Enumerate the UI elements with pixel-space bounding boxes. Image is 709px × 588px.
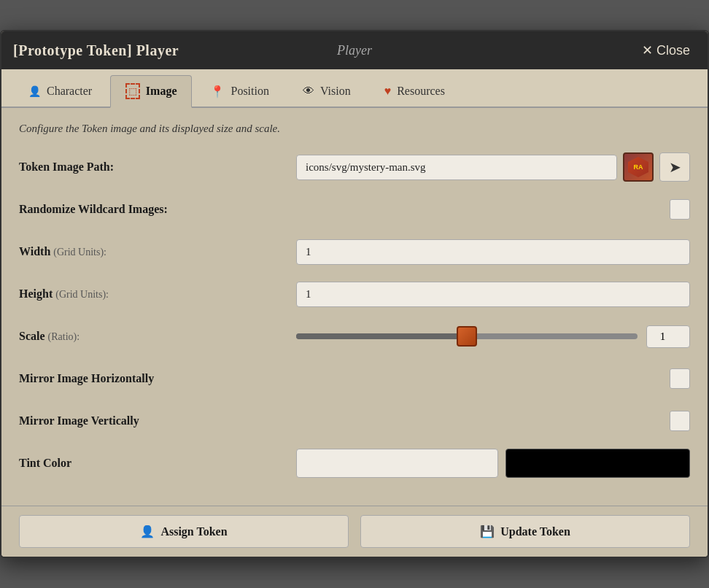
mirror-v-label: Mirror Image Vertically (19, 414, 296, 428)
mirror-v-checkbox-wrapper (296, 411, 690, 431)
update-token-label: Update Token (500, 525, 570, 538)
dialog-window: [Prototype Token] Player Player ✕ Close … (0, 30, 709, 558)
tint-controls (296, 449, 690, 478)
tint-color-swatch[interactable] (505, 449, 690, 478)
tab-description: Configure the Token image and its displa… (19, 123, 690, 135)
width-label: Width (Grid Units): (19, 245, 296, 258)
mirror-h-checkbox-wrapper (296, 368, 690, 389)
content-area: Configure the Token image and its displa… (1, 108, 708, 506)
height-input[interactable] (296, 282, 690, 307)
ra-hexagon: RA (628, 157, 648, 177)
width-control (296, 239, 690, 265)
tab-resources-label: Resources (397, 85, 445, 98)
window-title: [Prototype Token] Player (13, 42, 179, 59)
height-label-text: Height (19, 287, 53, 300)
randomize-art-button[interactable]: RA (623, 152, 654, 182)
mirror-v-row: Mirror Image Vertically (19, 406, 690, 436)
position-icon: 📍 (210, 85, 225, 98)
height-row: Height (Grid Units): (19, 279, 690, 309)
tint-color-label: Tint Color (19, 457, 296, 470)
assign-icon: 👤 (140, 525, 155, 538)
browse-file-button[interactable]: ➤ (659, 152, 690, 182)
file-icon: ➤ (669, 158, 681, 176)
token-image-path-label: Token Image Path: (19, 160, 296, 174)
height-control (296, 282, 690, 307)
randomize-checkbox-wrapper (296, 199, 690, 220)
scale-slider-thumb[interactable] (457, 326, 477, 347)
token-path-controls: RA ➤ (296, 152, 690, 182)
scale-slider-fill (296, 333, 467, 339)
update-icon: 💾 (480, 525, 495, 538)
resources-icon: ♥ (384, 85, 392, 98)
scale-slider-track (296, 333, 638, 339)
token-image-path-row: Token Image Path: RA ➤ (19, 152, 690, 182)
update-token-button[interactable]: 💾 Update Token (360, 515, 690, 548)
randomize-wildcard-label: Randomize Wildcard Images: (19, 203, 296, 216)
tab-vision[interactable]: 👁 Vision (287, 75, 366, 107)
randomize-wildcard-row: Randomize Wildcard Images: (19, 195, 690, 224)
scale-sub-label: (Ratio): (48, 331, 80, 342)
token-image-path-input[interactable] (296, 155, 617, 180)
tab-image[interactable]: ⬚ Image (110, 75, 192, 108)
tab-image-label: Image (146, 85, 177, 98)
scale-number-input[interactable] (646, 325, 690, 348)
vision-icon: 👁 (303, 85, 314, 98)
height-sub-label: (Grid Units): (55, 289, 109, 300)
character-icon (28, 85, 41, 98)
image-icon: ⬚ (125, 83, 140, 99)
tab-position[interactable]: 📍 Position (195, 75, 284, 107)
tint-color-row: Tint Color (19, 449, 690, 478)
tab-character[interactable]: Character (13, 75, 107, 107)
scale-controls (296, 325, 690, 348)
width-label-text: Width (19, 245, 50, 258)
mirror-v-checkbox[interactable] (670, 411, 690, 431)
title-bar: [Prototype Token] Player Player ✕ Close (1, 31, 708, 69)
assign-token-button[interactable]: 👤 Assign Token (19, 515, 349, 548)
mirror-h-label: Mirror Image Horizontally (19, 372, 296, 385)
scale-slider-container (296, 329, 638, 344)
mirror-h-checkbox[interactable] (670, 368, 690, 389)
width-sub-label: (Grid Units): (53, 247, 106, 258)
width-input[interactable] (296, 239, 690, 265)
assign-token-label: Assign Token (160, 525, 227, 538)
randomize-wildcard-checkbox[interactable] (670, 199, 690, 220)
mirror-h-row: Mirror Image Horizontally (19, 364, 690, 393)
scale-label-text: Scale (19, 330, 45, 342)
close-button[interactable]: ✕ Close (636, 39, 696, 61)
tint-text-input[interactable] (296, 449, 498, 478)
ra-label: RA (634, 164, 643, 171)
window-subtitle: Player (337, 43, 372, 58)
tab-position-label: Position (230, 85, 268, 98)
scale-row: Scale (Ratio): (19, 322, 690, 351)
tab-vision-label: Vision (320, 85, 351, 98)
tab-character-label: Character (47, 85, 92, 98)
footer: 👤 Assign Token 💾 Update Token (1, 506, 708, 557)
width-row: Width (Grid Units): (19, 237, 690, 266)
tab-bar: Character ⬚ Image 📍 Position 👁 Vision ♥ … (1, 69, 708, 108)
scale-label: Scale (Ratio): (19, 330, 296, 343)
tab-resources[interactable]: ♥ Resources (369, 75, 460, 107)
height-label: Height (Grid Units): (19, 287, 296, 301)
